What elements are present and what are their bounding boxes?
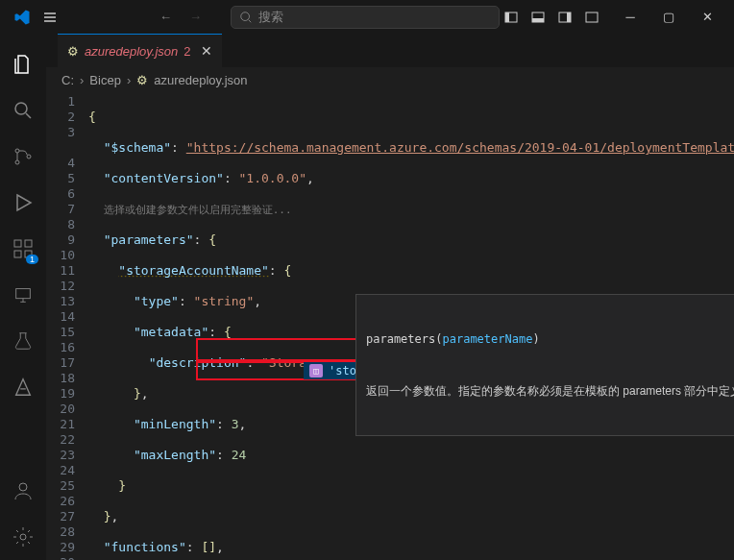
svg-point-18 [20, 534, 26, 540]
tab-bar: ⚙ azuredeploy.json 2 ✕ ⋯ [46, 34, 734, 67]
nav-back-icon[interactable]: ← [159, 10, 172, 24]
search-activity-icon[interactable] [0, 87, 46, 134]
svg-point-9 [15, 149, 19, 153]
layout-panel-icon[interactable] [530, 10, 546, 25]
tab-close-icon[interactable]: ✕ [201, 43, 212, 59]
svg-rect-13 [14, 251, 21, 257]
svg-rect-2 [505, 12, 509, 22]
parameter-hint-popup: parameters(parameterName) 返回一个参数值。指定的参数名… [355, 294, 734, 436]
extensions-badge: 1 [26, 255, 38, 264]
chevron-right-icon: › [80, 73, 84, 87]
command-center-search[interactable]: 搜索 [231, 6, 500, 29]
extensions-icon[interactable]: 1 [0, 226, 46, 272]
editor-viewport[interactable]: 123 4567 891011 12131415 16171819 202122… [46, 92, 734, 560]
svg-point-8 [15, 103, 27, 114]
accounts-icon[interactable] [0, 468, 46, 514]
run-debug-icon[interactable] [0, 180, 46, 226]
code-content[interactable]: { "$schema": "https://schema.management.… [88, 92, 734, 560]
svg-rect-6 [567, 12, 571, 22]
svg-point-17 [19, 483, 27, 491]
svg-rect-4 [532, 18, 544, 22]
layout-customize-icon[interactable] [584, 10, 599, 25]
layout-sidebar-left-icon[interactable] [503, 10, 519, 25]
menu-icon[interactable] [42, 10, 58, 25]
svg-point-10 [15, 160, 19, 164]
window-close-button[interactable]: ✕ [688, 0, 726, 34]
editor-tab[interactable]: ⚙ azuredeploy.json 2 ✕ [58, 34, 222, 67]
vscode-logo-icon [13, 9, 31, 26]
testing-icon[interactable] [0, 318, 46, 364]
tab-problem-count: 2 [184, 44, 190, 59]
explorer-icon[interactable] [0, 41, 46, 87]
svg-rect-7 [586, 12, 598, 22]
source-control-icon[interactable] [0, 134, 46, 180]
svg-rect-15 [25, 240, 32, 247]
svg-rect-16 [16, 289, 31, 299]
breadcrumb-seg[interactable]: C: [61, 73, 74, 87]
search-icon [239, 11, 253, 24]
tab-filename: azuredeploy.json [85, 44, 178, 59]
layout-sidebar-right-icon[interactable] [557, 10, 573, 25]
window-maximize-button[interactable]: ▢ [649, 0, 688, 34]
line-number-gutter: 123 4567 891011 12131415 16171819 202122… [46, 92, 88, 560]
svg-point-0 [241, 12, 250, 20]
svg-rect-12 [14, 240, 21, 247]
chevron-right-icon: › [127, 73, 131, 87]
remote-icon[interactable] [0, 272, 46, 318]
svg-point-11 [27, 155, 31, 158]
suggestion-kind-icon: ◫ [309, 364, 323, 377]
nav-forward-icon[interactable]: → [189, 10, 202, 24]
title-bar: ← → 搜索 ─ ▢ ✕ [0, 0, 734, 34]
activity-bar: 1 [0, 34, 46, 560]
breadcrumb-seg[interactable]: azuredeploy.json [154, 73, 247, 87]
breadcrumb-seg[interactable]: Bicep [89, 73, 121, 87]
azure-icon[interactable] [0, 364, 46, 410]
window-minimize-button[interactable]: ─ [611, 0, 649, 34]
search-placeholder: 搜索 [258, 9, 283, 26]
settings-gear-icon[interactable] [0, 514, 46, 560]
breadcrumb[interactable]: C: › Bicep › ⚙ azuredeploy.json [46, 67, 734, 92]
